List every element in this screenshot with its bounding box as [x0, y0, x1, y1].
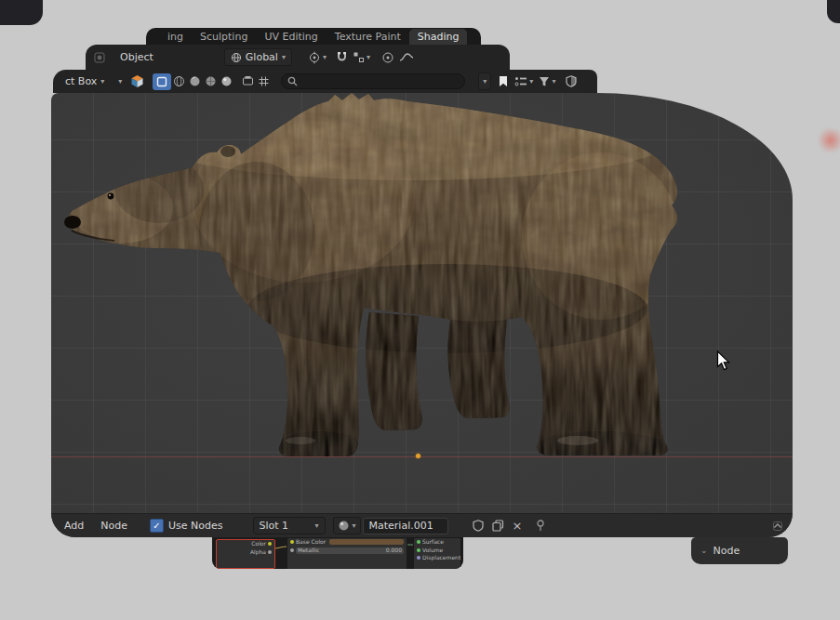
node-input-base-color[interactable]: Base Color [287, 538, 407, 547]
node-image-texture[interactable]: Color Alpha [216, 539, 275, 569]
material-name-field[interactable]: Material.001 [363, 518, 448, 534]
material-browse-dropdown[interactable]: ▾ [333, 517, 361, 534]
node-panel-title: Node [713, 545, 740, 557]
annotation-flag-icon[interactable] [495, 73, 511, 89]
transform-orientation-dropdown[interactable]: Global ▾ [224, 48, 292, 66]
object-mode-header: Object Global ▾ ▾ ▾ [86, 45, 510, 70]
node-input-volume[interactable]: Volume [414, 547, 460, 555]
chevron-down-icon: ▾ [552, 78, 555, 86]
tab-sculpting[interactable]: Sculpting [192, 29, 256, 46]
viewport-toolbar: ct Box ▾ ▾ ▾ ▾ ▾ [53, 70, 597, 93]
material-slot-dropdown[interactable]: Slot 1 ▾ [253, 517, 326, 534]
chevron-down-icon: ▾ [323, 54, 327, 61]
pivot-point-dropdown[interactable]: ▾ [305, 49, 329, 66]
metallic-slider[interactable]: Metallic 0.000 [296, 547, 404, 554]
shading-rendered-icon[interactable] [219, 73, 234, 89]
window-corner-fragment-left [0, 0, 43, 25]
snap-increment-icon [353, 51, 365, 63]
socket-label: Surface [422, 539, 444, 546]
workspace-tabs-bar: ing Sculpting UV Editing Texture Paint S… [146, 28, 481, 46]
use-nodes-checkbox[interactable]: ✓ [150, 519, 164, 533]
node-sidebar-panel[interactable]: ⌄ Node [691, 537, 788, 564]
node-output-color[interactable]: Color [217, 540, 274, 548]
check-icon: ✓ [153, 521, 160, 531]
surface-socket-icon [417, 540, 420, 544]
axis-gizmo-red-dot [818, 127, 840, 153]
socket-label: Color [251, 541, 266, 547]
snap-settings-dropdown[interactable]: ▾ [350, 49, 373, 66]
render-pass-icon[interactable] [240, 73, 256, 89]
falloff-curve-icon [399, 52, 414, 63]
node-input-displacement[interactable]: Displacement [414, 554, 460, 562]
bear-ear-inner [220, 146, 235, 157]
screenshot-root: { "glyphs": { "chevron_down": "▾", "chev… [0, 0, 840, 620]
color-socket-icon [268, 542, 272, 546]
slot-label: Slot 1 [260, 520, 289, 532]
select-tool-dropdown[interactable]: ct Box ▾ [62, 73, 111, 90]
x-axis-line [51, 456, 793, 457]
proportional-editing-icon[interactable] [380, 49, 396, 65]
add-menu[interactable]: Add [59, 520, 89, 532]
node-input-metallic[interactable]: Metallic 0.000 [287, 547, 407, 555]
overlays-grid-icon[interactable] [256, 73, 272, 89]
bear-model[interactable] [57, 93, 708, 478]
pin-icon[interactable] [533, 518, 549, 534]
mouse-cursor [716, 350, 731, 371]
tab-shading[interactable]: Shading [409, 29, 468, 46]
overlay-shield-icon[interactable] [563, 73, 579, 89]
new-material-copy-icon[interactable] [490, 518, 506, 534]
displacement-socket-icon [417, 556, 420, 560]
close-icon: × [513, 519, 523, 533]
mode-chevron-icon[interactable]: ▾ [118, 78, 122, 86]
socket-label: Volume [422, 547, 443, 554]
pivot-point-icon [308, 51, 321, 64]
search-input[interactable] [281, 73, 465, 89]
shading-wireframe-icon[interactable] [171, 73, 187, 89]
tab-modeling-partial[interactable]: ing [159, 29, 192, 46]
base-color-swatch[interactable] [329, 539, 404, 545]
bear-eye-highlight [109, 194, 111, 196]
global-orientation-icon [231, 52, 242, 63]
chevron-down-icon: ▾ [483, 78, 487, 86]
view-object-types-dropdown[interactable]: ▾ [478, 73, 491, 90]
unlink-material-icon[interactable]: × [510, 518, 526, 534]
shader-node-editor-clip[interactable]: Color Alpha Base Color Metallic 0.000 Su… [212, 537, 463, 569]
3d-viewport[interactable] [51, 93, 793, 513]
material-preview-cube-icon[interactable] [129, 73, 145, 89]
window-corner-fragment-right [827, 0, 840, 23]
node-material-output[interactable]: Surface Volume Displacement [413, 537, 461, 569]
gizmos-dropdown[interactable]: ▾ [514, 73, 533, 90]
row-label: Metallic [298, 547, 319, 554]
viewport-container: Add Node ✓ Use Nodes Slot 1 ▾ ▾ Material… [51, 93, 793, 537]
editor-type-icon[interactable] [91, 49, 107, 65]
shading-material-icon[interactable] [203, 73, 219, 89]
use-nodes-label: Use Nodes [168, 520, 223, 532]
filter-dropdown[interactable]: ▾ [539, 73, 555, 90]
fake-user-shield-icon[interactable] [471, 518, 487, 534]
node-menu[interactable]: Node [95, 520, 133, 532]
proportional-falloff-dropdown[interactable] [396, 49, 417, 66]
select-tool-label: ct Box [65, 75, 97, 87]
node-principled-bsdf[interactable]: Base Color Metallic 0.000 [287, 537, 407, 569]
bear-eye [108, 193, 114, 200]
shading-solid-icon[interactable] [187, 73, 203, 89]
socket-label: Displacement [422, 555, 460, 561]
chevron-open-icon: ⌄ [700, 547, 708, 555]
viewport-shading-solid-active[interactable] [153, 73, 171, 90]
object-origin-dot[interactable] [416, 454, 420, 458]
chevron-down-icon: ▾ [529, 78, 533, 86]
shader-editor-header: Add Node ✓ Use Nodes Slot 1 ▾ ▾ Material… [51, 513, 793, 537]
material-sphere-icon [338, 520, 350, 532]
socket-label: Alpha [250, 549, 266, 556]
material-name: Material.001 [369, 520, 433, 532]
base-color-socket-icon [290, 540, 294, 544]
tab-uv-editing[interactable]: UV Editing [256, 29, 326, 46]
node-output-alpha[interactable]: Alpha [217, 548, 274, 557]
tab-texture-paint[interactable]: Texture Paint [327, 29, 409, 46]
chevron-down-icon: ▾ [100, 78, 104, 86]
node-input-surface[interactable]: Surface [414, 538, 460, 547]
header-collapse-arrow-icon[interactable] [769, 518, 785, 534]
snap-magnet-icon[interactable] [334, 49, 350, 65]
metallic-socket-icon [290, 548, 294, 552]
object-menu[interactable]: Object [114, 51, 159, 63]
